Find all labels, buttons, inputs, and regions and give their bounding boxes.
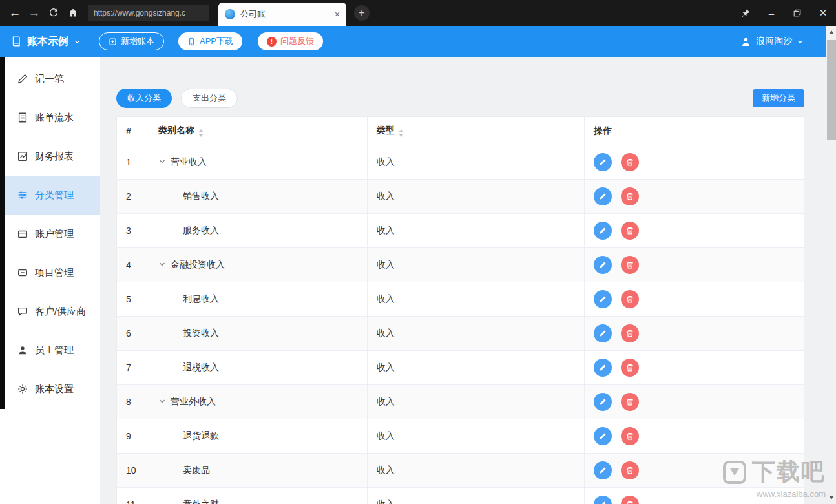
pin-icon [741,8,751,18]
sidebar-item-label: 员工管理 [35,344,74,357]
sidebar-item-label: 账本设置 [35,383,74,395]
category-type: 收入 [367,214,585,248]
report-chart-icon [17,151,28,162]
table-header-row: # 类别名称 类型 操作 [117,117,804,145]
back-button[interactable]: ← [5,3,25,23]
delete-button[interactable] [621,496,639,504]
edit-button[interactable] [594,290,612,308]
bill-list-icon [17,112,28,123]
edit-pencil-icon [598,192,607,201]
forward-button[interactable]: → [25,3,44,23]
sidebar-item-label: 项目管理 [35,267,74,279]
gear-icon [17,383,28,395]
ledger-icon [10,36,22,47]
category-type: 收入 [367,385,585,419]
maximize-button[interactable] [784,0,810,26]
sidebar-item-accounts[interactable]: 账户管理 [0,215,100,253]
scrollbar-thumb[interactable] [827,40,836,140]
edit-button[interactable] [594,187,612,205]
delete-button[interactable] [621,393,639,411]
sidebar-item-categories[interactable]: 分类管理 [0,176,100,215]
sidebar-item-label: 记一笔 [35,73,64,85]
edit-button[interactable] [594,496,612,504]
chevron-down-icon [74,38,81,45]
header-type[interactable]: 类型 [367,117,585,145]
delete-button[interactable] [621,427,639,445]
watermark-site: www.xiazaiba.com [723,489,826,499]
row-index: 9 [117,419,149,454]
sort-icon[interactable] [399,129,404,137]
person-icon [17,344,28,356]
category-type: 收入 [367,180,585,214]
feedback-button[interactable]: ! 问题反馈 [258,32,323,50]
chevron-down-icon[interactable] [158,158,166,165]
sort-icon[interactable] [198,129,204,137]
chevron-down-icon[interactable] [158,397,166,405]
row-index: 3 [117,214,149,248]
tab-expense-categories[interactable]: 支出分类 [181,89,238,108]
edit-button[interactable] [594,359,612,377]
sidebar: 记一笔 账单流水 财务报表 分类管理 账户管理 项目管理 客户/供应商 员工管理… [0,57,100,504]
refresh-button[interactable] [44,3,63,23]
new-tab-button[interactable]: + [354,5,370,21]
pin-button[interactable] [733,0,758,26]
sidebar-item-reports[interactable]: 财务报表 [0,137,100,176]
sidebar-item-employees[interactable]: 员工管理 [0,331,100,370]
edit-button[interactable] [594,324,612,342]
delete-button[interactable] [621,461,639,479]
user-menu[interactable]: 浪海淘沙 [740,36,804,47]
sidebar-item-bills[interactable]: 账单流水 [0,98,100,137]
delete-button[interactable] [621,324,639,342]
edit-button[interactable] [594,427,612,445]
scroll-down-arrow[interactable] [826,492,836,503]
sidebar-item-customers[interactable]: 客户/供应商 [0,292,100,331]
delete-button[interactable] [621,222,639,240]
sidebar-item-label: 账户管理 [35,228,74,240]
browser-tab[interactable]: 公司账 × [218,3,346,26]
delete-button[interactable] [621,290,639,308]
edit-pencil-icon [598,260,607,269]
add-category-button[interactable]: 新增分类 [753,89,804,107]
category-toolbar: 收入分类 支出分类 新增分类 [116,89,804,108]
sidebar-item-record[interactable]: 记一笔 [0,59,100,98]
chevron-down-icon[interactable] [158,260,166,268]
address-bar[interactable]: https://www.gongsizhang.c [88,5,209,21]
row-index: 2 [117,180,149,214]
category-name: 退货退款 [183,430,219,441]
home-button[interactable] [63,3,83,23]
url-text: https://www.gongsizhang.c [94,8,185,17]
trash-icon [625,192,634,201]
scroll-up-arrow[interactable] [826,27,836,37]
minimize-button[interactable]: – [758,0,784,26]
close-button[interactable]: ✕ [810,0,836,26]
table-row: 11 意外之财 收入 [117,488,804,504]
edit-pencil-icon [598,158,607,167]
table-row: 2 销售收入 收入 [117,180,804,214]
app-download-button[interactable]: APP下载 [178,32,242,50]
sidebar-item-projects[interactable]: 项目管理 [0,253,100,292]
tab-income-categories[interactable]: 收入分类 [116,89,172,108]
category-name: 利息收入 [183,293,219,304]
delete-button[interactable] [621,359,639,377]
tab-close-icon[interactable]: × [335,9,340,19]
sidebar-item-settings[interactable]: 账本设置 [0,370,100,408]
header-name[interactable]: 类别名称 [149,117,367,145]
category-name: 投资收入 [183,328,219,338]
edit-pencil-icon [598,466,607,475]
delete-button[interactable] [621,256,639,274]
delete-button[interactable] [621,187,639,205]
edit-button[interactable] [594,153,612,171]
row-index: 6 [117,317,149,351]
page-scrollbar[interactable] [826,26,836,504]
sidebar-edge-strip [0,57,5,409]
edit-button[interactable] [594,222,612,240]
edit-button[interactable] [594,256,612,274]
ledger-switcher[interactable]: 账本示例 [10,35,81,48]
app-download-label: APP下载 [200,36,233,47]
edit-button[interactable] [594,393,612,411]
home-icon [67,7,79,19]
new-ledger-button[interactable]: 新增账本 [99,32,164,50]
edit-button[interactable] [594,461,612,479]
delete-button[interactable] [621,153,639,171]
row-index: 7 [117,351,149,385]
